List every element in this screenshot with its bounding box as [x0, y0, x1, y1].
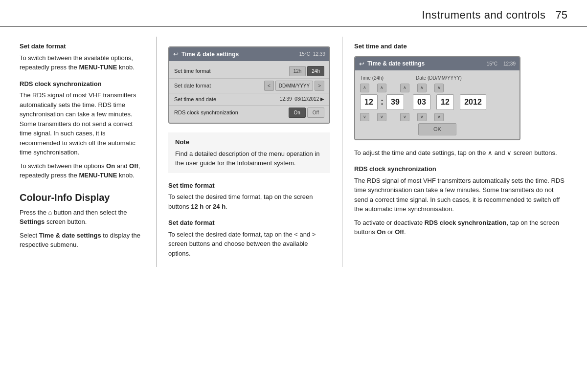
- screen1-row-set-time-date: Set time and date 12:39 03/12/2012 ▶: [169, 93, 329, 106]
- date-format-value: DD/MM/YYYY: [275, 81, 313, 91]
- screen1-row-date-format: Set date format < DD/MM/YYYY >: [169, 79, 329, 93]
- screen2-body: Time (24h) Date (DD/MM/YYYY) ∧ ∧ ∧: [355, 70, 519, 139]
- screen2-topbar: ↩ Time & date settings 15°C 12:39: [355, 57, 519, 71]
- btn-rds-on[interactable]: On: [289, 108, 306, 118]
- screen2-col-headers: Time (24h) Date (DD/MM/YYYY): [360, 74, 515, 82]
- btn-minutes-down[interactable]: ∨: [377, 113, 386, 122]
- screen2-time: 12:39: [503, 60, 516, 67]
- btn-24h[interactable]: 24h: [307, 66, 324, 76]
- btn-date-prev[interactable]: <: [264, 81, 274, 91]
- screen2-back-icon: ↩: [359, 59, 364, 69]
- btn-minutes-up[interactable]: ∧: [377, 84, 386, 92]
- btn-12h[interactable]: 12h: [289, 66, 306, 76]
- colour-info-heading: Colour-Info Display: [20, 190, 144, 205]
- chevrons-month-up-group: ∧: [417, 84, 427, 92]
- screen1-label-set-time-date: Set time and date: [174, 95, 280, 104]
- rds-sync-body-right-1: The RDS signal of most VHF transmitters …: [354, 176, 567, 214]
- btn-date-next[interactable]: >: [315, 81, 324, 91]
- adjust-text: To adjust the time and date settings, ta…: [354, 148, 567, 158]
- screen2-title: Time & date settings: [367, 59, 484, 68]
- screen-mockup-1: ↩ Time & date settings 15°C 12:39 Set ti…: [168, 46, 330, 124]
- left-column: Set date format To switch between the av…: [0, 37, 157, 267]
- screen1-time-date-value: 12:39 03/12/2012 ▶: [280, 95, 324, 103]
- chevrons-year-down-group: ∨: [434, 113, 444, 122]
- rds-sync-body-right-2: To activate or deactivate RDS clock sync…: [354, 218, 567, 237]
- btn-year-up[interactable]: ∧: [434, 84, 444, 92]
- set-time-format-body: To select the desired time format, tap o…: [168, 192, 330, 211]
- screen1-topbar: ↩ Time & date settings 15°C 12:39: [169, 47, 329, 61]
- screen1-controls-rds: On Off: [289, 108, 325, 118]
- note-body: Find a detailed description of the menu …: [175, 149, 323, 168]
- screen1-row-rds: RDS clock synchronization On Off: [169, 106, 329, 120]
- rds-sync-body-1b: To switch between the options On and Off…: [20, 161, 144, 180]
- btn-year-down[interactable]: ∨: [434, 113, 444, 122]
- screen1-row-time-format: Set time format 12h 24h: [169, 64, 329, 79]
- chevrons-hours-up-group: ∧: [360, 84, 369, 92]
- chevrons-minutes-down-group: ∨: [377, 113, 386, 122]
- set-date-format-body-mid: To select the desired date format, tap o…: [168, 230, 330, 259]
- chevrons-month-down-group: ∨: [417, 113, 427, 122]
- colour-info-body-2: Select Time & date settings to display t…: [20, 231, 144, 250]
- chevrons-hours-down-group: ∨: [360, 113, 369, 122]
- screen2-up-row: ∧ ∧ ∧ ∧ ∧: [360, 84, 515, 92]
- screen2-ok-row: OK: [360, 123, 515, 135]
- btn-hours-down[interactable]: ∨: [360, 113, 369, 122]
- screen1-body: Set time format 12h 24h Set date format …: [169, 61, 329, 123]
- btn-day-down[interactable]: ∨: [400, 113, 409, 122]
- screen1-controls-time-format: 12h 24h: [289, 66, 324, 76]
- screen1-controls-set-time-date: 12:39 03/12/2012 ▶: [280, 95, 324, 103]
- rds-sync-body-1: The RDS signal of most VHF transmitters …: [20, 90, 144, 157]
- set-time-date-heading: Set time and date: [354, 42, 567, 51]
- screen1-label-rds: RDS clock synchronization: [174, 109, 289, 117]
- chevrons-year-up-group: ∧: [434, 84, 444, 92]
- screen2-date-label: Date (DD/MM/YYYY): [416, 74, 515, 82]
- note-box: Note Find a detailed description of the …: [168, 132, 330, 173]
- rds-sync-heading-right: RDS clock synchronization: [354, 164, 567, 174]
- chevrons-day-up-group: ∧: [400, 84, 409, 92]
- screen2-temp: 15°C: [487, 60, 497, 67]
- page-title: Instruments and controls: [422, 9, 546, 22]
- screen1-label-date-format: Set date format: [174, 82, 264, 90]
- screen2-down-row: ∨ ∨ ∨ ∨ ∨: [360, 113, 515, 122]
- middle-column: ↩ Time & date settings 15°C 12:39 Set ti…: [157, 37, 342, 267]
- btn-day-up[interactable]: ∧: [400, 84, 409, 92]
- screen2-values-row: 12 : 39 03 12 2012: [360, 94, 515, 110]
- screen1-controls-date-format: < DD/MM/YYYY >: [264, 81, 324, 91]
- screen2-time-label: Time (24h): [360, 74, 414, 82]
- content-area: Set date format To switch between the av…: [0, 27, 587, 277]
- screen2-day-value: 03: [413, 94, 430, 110]
- right-column: Set time and date ↩ Time & date settings…: [342, 37, 587, 267]
- page-header: Instruments and controls 75: [0, 0, 587, 27]
- set-time-format-heading: Set time format: [168, 181, 330, 191]
- btn-month-down[interactable]: ∨: [417, 113, 427, 122]
- screen1-label-time-format: Set time format: [174, 67, 289, 75]
- set-date-format-heading: Set date format: [20, 42, 144, 51]
- screen2-month-value: 12: [436, 94, 454, 110]
- note-title: Note: [175, 137, 323, 147]
- chevrons-day-down-group: ∨: [400, 113, 409, 122]
- set-date-format-heading-mid: Set date format: [168, 218, 330, 228]
- chevrons-minutes-up-group: ∧: [377, 84, 386, 92]
- screen1-back-icon: ↩: [173, 49, 179, 59]
- colour-info-body-1: Press the ⌂ button and then select the S…: [20, 208, 144, 227]
- rds-sync-heading-1: RDS clock synchronization: [20, 79, 144, 89]
- btn-hours-up[interactable]: ∧: [360, 84, 369, 92]
- btn-ok[interactable]: OK: [418, 123, 456, 135]
- screen1-time: 12:39: [313, 50, 325, 58]
- btn-rds-off[interactable]: Off: [307, 108, 324, 118]
- screen2-time-colon: :: [380, 95, 384, 109]
- page-number: 75: [556, 9, 567, 22]
- screen2-year-value: 2012: [460, 94, 486, 110]
- screen2-mockup: ↩ Time & date settings 15°C 12:39 Time (…: [354, 56, 520, 140]
- set-date-format-body: To switch between the available options,…: [20, 53, 144, 72]
- screen1-temp: 15°C: [299, 50, 310, 58]
- screen2-hours-value: 12: [360, 94, 378, 110]
- screen2-minutes-value: 39: [386, 94, 404, 110]
- screen1-title: Time & date settings: [181, 50, 296, 59]
- btn-month-up[interactable]: ∧: [417, 84, 427, 92]
